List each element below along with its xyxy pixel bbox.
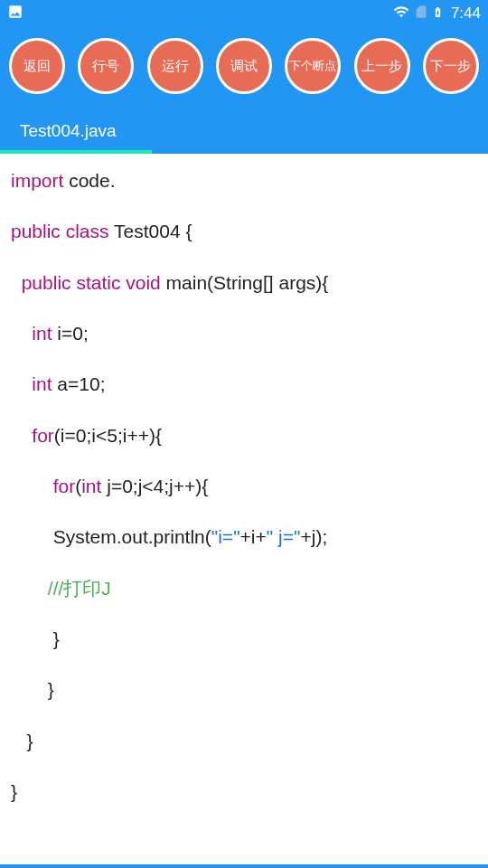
token-kw: import xyxy=(11,170,63,191)
code-line: } xyxy=(11,729,477,754)
token-txt: code. xyxy=(63,170,115,191)
token-txt xyxy=(11,476,53,496)
wifi-icon xyxy=(392,4,410,24)
code-line: int i=0; xyxy=(11,321,477,346)
token-txt: +i+ xyxy=(240,526,267,547)
token-txt: i=0; xyxy=(52,323,89,344)
code-line: } xyxy=(11,779,477,805)
token-kw: int xyxy=(32,323,52,344)
debug-button[interactable]: 调试 xyxy=(216,38,272,94)
code-line: } xyxy=(11,677,477,703)
token-kw: public static void xyxy=(22,272,161,293)
token-txt: } xyxy=(11,731,33,751)
code-line: for(int j=0;j<4;j++){ xyxy=(11,474,477,499)
token-txt: } xyxy=(11,628,60,649)
code-line: System.out.println("i="+i+" j="+j); xyxy=(11,524,477,550)
token-txt xyxy=(11,578,48,599)
token-txt xyxy=(11,425,32,446)
token-txt: main(String[] args){ xyxy=(161,272,329,293)
status-time: 7:44 xyxy=(451,5,481,23)
step-forward-button[interactable]: 下一步 xyxy=(423,38,479,94)
tab-label: Test004.java xyxy=(20,121,117,140)
token-txt: } xyxy=(11,781,17,802)
token-txt xyxy=(11,272,22,293)
run-button[interactable]: 运行 xyxy=(147,38,203,94)
token-kw: for xyxy=(32,425,54,446)
next-breakpoint-button[interactable]: 下个断点 xyxy=(285,38,341,94)
sim-icon xyxy=(414,4,428,24)
code-line: int a=10; xyxy=(11,372,477,397)
token-cmt: ///打印J xyxy=(48,578,111,599)
code-line: public static void main(String[] args){ xyxy=(11,270,477,296)
bottom-accent xyxy=(0,864,488,868)
back-button[interactable]: 返回 xyxy=(9,38,65,94)
code-line: ///打印J xyxy=(11,576,477,601)
step-back-button[interactable]: 上一步 xyxy=(354,38,410,94)
token-txt: System.out.println( xyxy=(11,526,211,547)
code-editor[interactable]: import code.public class Test004 { publi… xyxy=(0,154,488,864)
token-kw: for xyxy=(53,476,76,496)
token-kw: public class xyxy=(11,221,109,241)
code-line: import code. xyxy=(11,168,477,193)
code-line: public class Test004 { xyxy=(11,219,477,244)
token-txt: +j); xyxy=(300,526,327,547)
token-txt: (i=0;i<5;i++){ xyxy=(54,425,162,446)
token-txt: a=10; xyxy=(52,373,106,394)
tab-bar: Test004.java xyxy=(0,110,488,154)
tab-file[interactable]: Test004.java xyxy=(0,110,136,154)
token-txt: } xyxy=(11,679,54,700)
toolbar: 返回行号运行调试下个断点上一步下一步 xyxy=(0,27,488,110)
token-txt xyxy=(11,323,32,344)
token-txt: Test004 { xyxy=(109,221,192,241)
token-txt: j=0;j<4;j++){ xyxy=(101,476,208,496)
token-txt xyxy=(11,373,32,394)
token-str: "i=" xyxy=(211,526,240,547)
code-line: } xyxy=(11,627,477,652)
status-bar: 7:44 xyxy=(0,0,488,27)
token-kw: int xyxy=(81,476,101,496)
token-kw: int xyxy=(32,373,52,394)
picture-icon xyxy=(7,4,23,24)
battery-icon xyxy=(432,4,444,24)
token-str: " j=" xyxy=(267,526,301,547)
code-line: for(i=0;i<5;i++){ xyxy=(11,423,477,448)
line-number-button[interactable]: 行号 xyxy=(78,38,134,94)
